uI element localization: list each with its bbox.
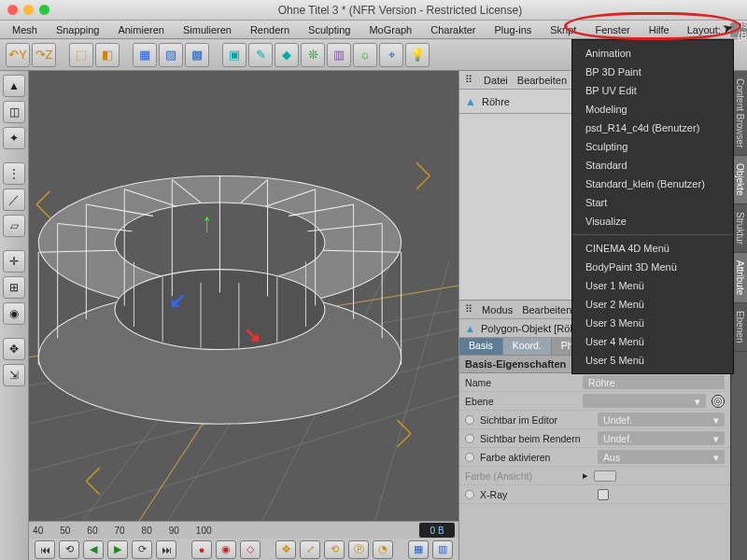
menu-mograph[interactable]: MoGraph bbox=[362, 22, 418, 37]
render-view-button[interactable]: ▦ bbox=[133, 43, 157, 67]
menu-window[interactable]: Fenster bbox=[588, 22, 636, 37]
layout-option-user3[interactable]: User 3 Menü bbox=[572, 314, 733, 332]
object-name[interactable]: Röhre bbox=[482, 96, 510, 107]
polygons-mode-button[interactable]: ▱ bbox=[3, 215, 25, 237]
menu-script[interactable]: Skript bbox=[543, 22, 583, 37]
layout-option-sculpting[interactable]: Sculpting bbox=[572, 137, 733, 156]
environment-button[interactable]: ☼ bbox=[353, 43, 377, 67]
spline-tool-button[interactable]: ✎ bbox=[248, 43, 273, 67]
tab-coord[interactable]: Koord. bbox=[503, 338, 552, 355]
menu-mesh[interactable]: Mesh bbox=[6, 22, 44, 37]
menu-sculpting[interactable]: Sculpting bbox=[302, 22, 357, 37]
layout-option-standard-klein[interactable]: Standard_klein (Benutzer) bbox=[572, 175, 733, 193]
camera-button[interactable]: ⌖ bbox=[379, 43, 403, 67]
x-axis-gizmo-icon[interactable]: ↘ bbox=[244, 323, 261, 347]
layout-option-start[interactable]: Start bbox=[572, 193, 733, 212]
keymode-2-button[interactable]: ▥ bbox=[432, 540, 453, 559]
autokey-button[interactable]: ◉ bbox=[216, 540, 236, 559]
step-back-button[interactable]: ⟲ bbox=[59, 540, 79, 559]
layout-option-psd[interactable]: psd_R14_c4d (Benutzer) bbox=[572, 119, 733, 137]
anim-dot-icon[interactable] bbox=[465, 434, 474, 443]
menu-simulate[interactable]: Simulieren bbox=[176, 22, 238, 37]
maximize-window-icon[interactable] bbox=[39, 5, 49, 15]
layout-option-bodypaint-menu[interactable]: BodyPaint 3D Menü bbox=[572, 258, 733, 276]
xray-checkbox[interactable] bbox=[598, 489, 609, 500]
layout-option-user1[interactable]: User 1 Menü bbox=[572, 276, 733, 295]
layout-option-user5[interactable]: User 5 Menü bbox=[572, 351, 733, 370]
layer-dropdown[interactable] bbox=[583, 394, 706, 408]
undo-button[interactable]: ↶Y bbox=[6, 43, 30, 67]
snap-button[interactable]: ⊞ bbox=[3, 276, 25, 299]
menu-character[interactable]: Charakter bbox=[424, 22, 482, 37]
anim-dot-icon[interactable] bbox=[465, 415, 474, 425]
menu-animate[interactable]: Animieren bbox=[111, 22, 171, 37]
goto-end-button[interactable]: ⏭ bbox=[156, 540, 176, 559]
render-active-button[interactable]: ▨ bbox=[159, 43, 183, 67]
obj-menu-file[interactable]: Datei bbox=[484, 75, 508, 86]
layout-option-user2[interactable]: User 2 Menü bbox=[572, 295, 733, 314]
array-button[interactable]: ▥ bbox=[327, 43, 351, 67]
goto-start-button[interactable]: ⏮ bbox=[35, 540, 55, 559]
layout-option-bpuvedit[interactable]: BP UV Edit bbox=[572, 81, 733, 100]
timeline-ruler[interactable]: 40 50 60 70 80 90 100 0 B bbox=[29, 522, 458, 539]
grip-icon[interactable]: ⠿ bbox=[465, 74, 474, 86]
generator-button[interactable]: ◆ bbox=[275, 43, 299, 67]
menu-plugins[interactable]: Plug-ins bbox=[488, 22, 539, 37]
primitive-cube-button[interactable]: ▣ bbox=[222, 43, 247, 67]
rotation-key-button[interactable]: ⟲ bbox=[324, 540, 345, 559]
deformer-button[interactable]: ❊ bbox=[301, 43, 325, 67]
menu-snapping[interactable]: Snapping bbox=[49, 22, 106, 37]
layout-option-c4d-menu[interactable]: CINEMA 4D Menü bbox=[572, 239, 733, 258]
soft-select-button[interactable]: ◉ bbox=[3, 302, 25, 325]
render-settings-button[interactable]: ▩ bbox=[185, 43, 209, 67]
keymode-1-button[interactable]: ▦ bbox=[408, 540, 429, 559]
anim-dot-icon[interactable] bbox=[465, 453, 474, 462]
pla-key-button[interactable]: ◔ bbox=[373, 540, 393, 559]
close-window-icon[interactable] bbox=[7, 5, 18, 15]
layout-option-animation[interactable]: Animation bbox=[572, 44, 733, 63]
attr-menu-mode[interactable]: Modus bbox=[482, 304, 513, 315]
render-visibility-dropdown[interactable]: Undef. bbox=[598, 431, 725, 445]
color-enable-dropdown[interactable]: Aus bbox=[598, 450, 725, 464]
points-mode-button[interactable]: ⋮ bbox=[3, 162, 25, 185]
grip-icon[interactable]: ⠿ bbox=[465, 303, 472, 315]
y-axis-gizmo-icon[interactable]: ↑ bbox=[202, 207, 212, 239]
perspective-viewport[interactable]: ↑ ↘ ↙ bbox=[29, 71, 458, 521]
attr-menu-edit[interactable]: Bearbeiten bbox=[522, 304, 571, 315]
tweak-button[interactable]: ✥ bbox=[3, 338, 25, 360]
anim-dot-icon[interactable] bbox=[465, 490, 474, 499]
position-key-button[interactable]: ✥ bbox=[275, 540, 296, 559]
layout-option-standard[interactable]: Standard bbox=[572, 156, 733, 175]
menu-render[interactable]: Rendern bbox=[244, 22, 296, 37]
normals-button[interactable]: ⇲ bbox=[3, 364, 25, 386]
layer-picker-icon[interactable]: ◎ bbox=[712, 395, 725, 408]
obj-menu-edit[interactable]: Bearbeiten bbox=[517, 75, 567, 86]
color-swatch[interactable] bbox=[594, 470, 616, 482]
editor-visibility-dropdown[interactable]: Undef. bbox=[598, 413, 725, 427]
z-axis-gizmo-icon[interactable]: ↙ bbox=[169, 288, 186, 313]
edges-mode-button[interactable]: ／ bbox=[3, 189, 25, 211]
scale-key-button[interactable]: ⤢ bbox=[300, 540, 320, 559]
layout-option-bp3dpaint[interactable]: BP 3D Paint bbox=[572, 63, 733, 81]
axis-button[interactable]: ✛ bbox=[3, 250, 25, 273]
layout-option-user4[interactable]: User 4 Menü bbox=[572, 332, 733, 351]
play-back-button[interactable]: ◀ bbox=[83, 540, 104, 559]
cube-primitive-button[interactable]: ◧ bbox=[95, 43, 120, 67]
tab-basis[interactable]: Basis bbox=[459, 338, 503, 355]
name-input[interactable]: Röhre bbox=[583, 375, 725, 389]
redo-button[interactable]: ↷Z bbox=[32, 43, 56, 67]
model-mode-button[interactable]: ▲ bbox=[3, 75, 25, 97]
param-key-button[interactable]: Ⓟ bbox=[348, 540, 369, 559]
light-button[interactable]: 💡 bbox=[405, 43, 430, 67]
keyframe-button[interactable]: ◇ bbox=[240, 540, 261, 559]
step-forward-button[interactable]: ⟳ bbox=[132, 540, 152, 559]
menu-help[interactable]: Hilfe bbox=[642, 22, 676, 37]
select-tool-button[interactable]: ⬚ bbox=[69, 43, 93, 67]
texture-mode-button[interactable]: ◫ bbox=[3, 101, 25, 123]
play-forward-button[interactable]: ▶ bbox=[107, 540, 128, 559]
workplane-button[interactable]: ✦ bbox=[3, 127, 25, 149]
layout-option-visualize[interactable]: Visualize bbox=[572, 212, 733, 231]
record-button[interactable]: ● bbox=[191, 540, 212, 559]
minimize-window-icon[interactable] bbox=[23, 5, 34, 15]
layout-option-modeling[interactable]: Modeling bbox=[572, 100, 733, 119]
